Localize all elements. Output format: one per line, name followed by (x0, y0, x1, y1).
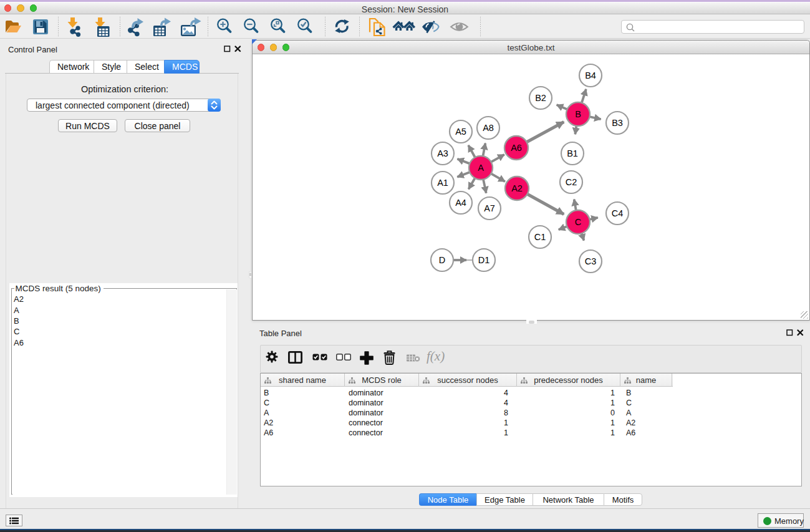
svg-text:B4: B4 (585, 70, 596, 80)
svg-text:D1: D1 (478, 255, 490, 265)
svg-text:A1: A1 (437, 178, 448, 188)
svg-text:C: C (575, 217, 581, 227)
svg-text:C3: C3 (585, 256, 597, 266)
svg-text:A2: A2 (511, 183, 523, 193)
svg-text:B1: B1 (567, 148, 578, 158)
svg-text:A7: A7 (484, 203, 495, 213)
svg-text:A: A (478, 163, 484, 173)
svg-text:B2: B2 (535, 93, 546, 103)
svg-text:C1: C1 (534, 232, 546, 242)
svg-text:A6: A6 (511, 143, 522, 153)
svg-text:C2: C2 (566, 177, 577, 187)
svg-text:B: B (575, 109, 581, 119)
svg-text:A4: A4 (455, 198, 466, 208)
svg-text:C4: C4 (612, 208, 624, 218)
svg-text:A3: A3 (437, 148, 448, 158)
svg-text:D: D (439, 255, 445, 265)
svg-text:A5: A5 (455, 127, 466, 137)
svg-text:A8: A8 (483, 123, 494, 133)
svg-text:B3: B3 (612, 118, 623, 128)
